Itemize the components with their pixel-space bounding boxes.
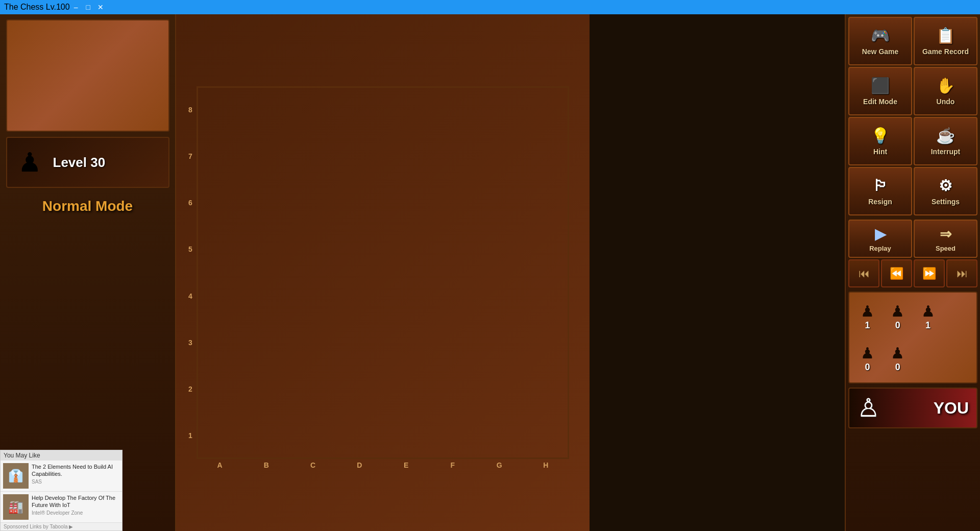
prev-button[interactable]: ⏪ [881, 259, 912, 287]
game-record-icon: 📋 [936, 27, 955, 44]
replay-label: Replay [869, 245, 891, 252]
file-label-A: A [197, 460, 243, 470]
board-area: 87654321 ABCDEFGH [176, 14, 590, 531]
ai-level-label: Level 30 [53, 155, 106, 171]
ad-source-1: SAS [32, 479, 119, 485]
edit-mode-label: Edit Mode [863, 98, 897, 106]
interrupt-label: Interrupt [931, 148, 961, 156]
second-button-row: ⬛ Edit Mode ✋ Undo [848, 67, 977, 115]
player-avatar: ♙ [857, 393, 880, 423]
undo-button[interactable]: ✋ Undo [914, 67, 977, 115]
ad-title-1: The 2 Elements Need to Build AI Capabili… [32, 463, 119, 478]
speed-button[interactable]: ⇒ Speed [914, 220, 977, 258]
file-label-C: C [290, 460, 336, 470]
hint-icon: 💡 [871, 127, 890, 144]
replay-section: ▶ Replay ⇒ Speed ⏮ ⏪ ⏩ ⏭ [848, 220, 977, 287]
ad-item-2[interactable]: 🏭 Help Develop The Factory Of The Future… [1, 492, 122, 523]
settings-button[interactable]: ⚙ Settings [914, 167, 977, 215]
fourth-button-row: 🏳 Resign ⚙ Settings [848, 167, 977, 215]
score-piece-1: ♟ [861, 302, 874, 320]
ad-thumb-2: 🏭 [3, 494, 29, 520]
resign-label: Resign [868, 198, 892, 206]
left-panel: ♟ Level 30 Normal Mode You May Like 👔 Th… [0, 14, 176, 531]
score-board: ♟ 1 ♟ 0 ♟ 1 ♟ 0 ♟ 0 [848, 292, 977, 383]
captured-pieces-area [6, 19, 169, 132]
score-piece-3: ♟ [921, 302, 935, 320]
ad-title-2: Help Develop The Factory Of The Future W… [32, 494, 119, 509]
interrupt-button[interactable]: ☕ Interrupt [914, 117, 977, 165]
ad-thumb-1: 👔 [3, 463, 29, 489]
ai-avatar-icon: ♟ [12, 142, 48, 183]
file-labels: ABCDEFGH [197, 460, 569, 470]
undo-icon: ✋ [936, 77, 955, 94]
edit-mode-icon: ⬛ [871, 77, 890, 94]
score-num-2: 0 [895, 320, 900, 331]
score-num-1: 1 [865, 320, 870, 331]
ad-source-2: Intel® Developer Zone [32, 510, 119, 516]
settings-icon: ⚙ [939, 177, 952, 195]
right-panel: 🎮 New Game 📋 Game Record ⬛ Edit Mode ✋ U… [845, 14, 980, 531]
top-button-row: 🎮 New Game 📋 Game Record [848, 17, 977, 65]
score-cell-5: ♟ 0 [853, 339, 881, 378]
file-label-G: G [476, 460, 523, 470]
rank-label-2: 2 [185, 366, 195, 413]
third-button-row: 💡 Hint ☕ Interrupt [848, 117, 977, 165]
you-label: YOU [934, 399, 969, 418]
ad-item-1[interactable]: 👔 The 2 Elements Need to Build AI Capabi… [1, 461, 122, 492]
file-label-H: H [523, 460, 569, 470]
file-label-D: D [336, 460, 383, 470]
score-cell-3: ♟ 1 [914, 297, 942, 336]
hint-label: Hint [873, 148, 887, 156]
replay-icon: ▶ [875, 226, 886, 243]
score-num-3: 1 [925, 320, 930, 331]
ad-sponsored: Sponsored Links by Taboola ▶ [1, 523, 122, 530]
score-board-grid: ♟ 1 ♟ 0 ♟ 1 ♟ 0 ♟ 0 [853, 297, 972, 378]
rank-label-4: 4 [185, 273, 195, 319]
edit-mode-button[interactable]: ⬛ Edit Mode [848, 67, 912, 115]
first-button[interactable]: ⏮ [848, 259, 879, 287]
chess-board [197, 86, 569, 459]
rank-label-6: 6 [185, 180, 195, 226]
next-button[interactable]: ⏩ [914, 259, 945, 287]
rank-labels: 87654321 [185, 86, 195, 459]
maximize-button[interactable]: □ [82, 2, 94, 12]
titlebar-title: The Chess Lv.100 [4, 3, 70, 12]
score-num-6: 0 [895, 362, 900, 373]
rank-label-8: 8 [185, 86, 195, 133]
score-cell-2: ♟ 0 [884, 297, 912, 336]
minimize-button[interactable]: – [70, 2, 82, 12]
rank-label-7: 7 [185, 133, 195, 179]
score-cell-8 [944, 339, 972, 378]
speed-icon: ⇒ [940, 226, 951, 243]
board-container: 87654321 ABCDEFGH [189, 30, 577, 515]
ad-header: You May Like [1, 450, 122, 461]
file-label-E: E [383, 460, 429, 470]
last-button[interactable]: ⏭ [946, 259, 977, 287]
file-label-B: B [243, 460, 289, 470]
speed-label: Speed [936, 245, 955, 252]
mode-label: Normal Mode [0, 198, 175, 214]
score-cell-7 [914, 339, 942, 378]
ai-player-area: ♟ Level 30 [6, 137, 169, 188]
score-cell-6: ♟ 0 [884, 339, 912, 378]
hint-button[interactable]: 💡 Hint [848, 117, 912, 165]
undo-label: Undo [937, 98, 955, 106]
score-piece-5: ♟ [861, 344, 874, 362]
rank-label-3: 3 [185, 319, 195, 366]
resign-button[interactable]: 🏳 Resign [848, 167, 912, 215]
settings-label: Settings [932, 198, 960, 206]
resign-icon: 🏳 [873, 177, 888, 195]
score-piece-6: ♟ [891, 344, 904, 362]
score-cell-4 [944, 297, 972, 336]
game-record-label: Game Record [922, 47, 969, 56]
new-game-icon: 🎮 [871, 27, 890, 44]
nav-row: ⏮ ⏪ ⏩ ⏭ [848, 259, 977, 287]
score-cell-1: ♟ 1 [853, 297, 881, 336]
ad-area: You May Like 👔 The 2 Elements Need to Bu… [0, 450, 122, 531]
you-bar: ♙ YOU [848, 388, 977, 428]
replay-row: ▶ Replay ⇒ Speed [848, 220, 977, 258]
game-record-button[interactable]: 📋 Game Record [914, 17, 977, 65]
new-game-button[interactable]: 🎮 New Game [848, 17, 912, 65]
replay-button[interactable]: ▶ Replay [848, 220, 912, 258]
close-button[interactable]: ✕ [94, 2, 107, 12]
